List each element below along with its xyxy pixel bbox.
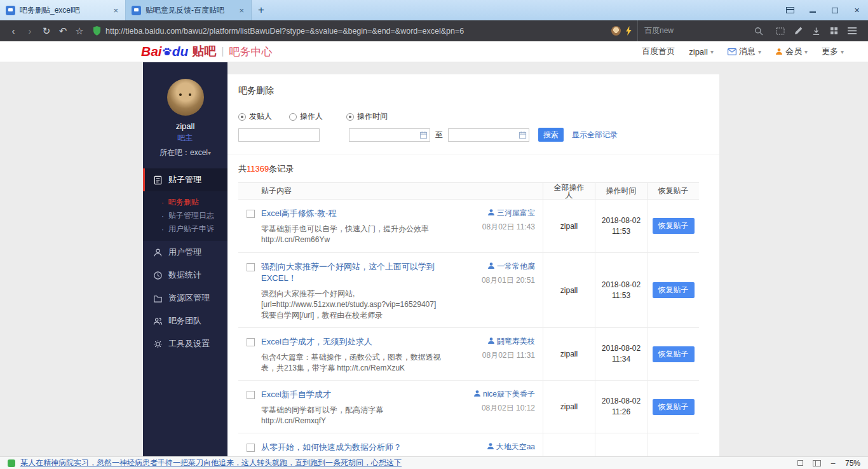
extension-lightning-icon[interactable]	[625, 26, 632, 36]
post-date: 08月01日 20:51	[449, 275, 535, 286]
radio-time[interactable]	[346, 113, 354, 121]
person-icon	[487, 208, 495, 216]
column-header-restore: 恢复贴子	[647, 183, 699, 199]
post-title-link[interactable]: 强烈向大家推荐一个好网站，这个上面可以学到EXCEL！	[261, 261, 444, 284]
user-role-badge: 吧主	[143, 133, 227, 144]
row-checkbox[interactable]	[247, 391, 255, 399]
logo-text-tieba: 贴吧	[192, 43, 216, 60]
forum-selector[interactable]: 所在吧：excel▾	[143, 147, 227, 158]
post-author-link[interactable]: 鬪竜寿美枝	[449, 336, 535, 347]
column-header-content: 贴子内容	[238, 183, 543, 199]
restore-post-button[interactable]: 恢复贴子	[653, 346, 695, 362]
tab-close-icon[interactable]: ×	[238, 6, 245, 15]
menu-icon[interactable]	[848, 27, 857, 34]
chevron-down-icon: ▾	[758, 48, 761, 55]
browser-tab-active[interactable]: 吧务删贴_excel吧 ×	[0, 0, 126, 20]
minimize-button[interactable]	[801, 0, 824, 20]
favorites-star-icon[interactable]: ☆	[71, 20, 88, 41]
status-link-preview[interactable]: 某人在精神病院实习，忽然一神经病患者手持一把菜刀向他追来，这人转头就跑，直到跑到…	[20, 458, 402, 468]
nav-member-menu[interactable]: 会员▾	[775, 46, 808, 57]
table-row: Excel自学成才，无须到处求人 包含4大篇章：基础操作，函数公式，图表，数据透…	[238, 328, 699, 381]
row-checkbox[interactable]	[247, 263, 255, 271]
post-author-link[interactable]: 三河屋富宝	[449, 208, 535, 219]
close-window-button[interactable]: ×	[846, 0, 868, 20]
row-checkbox[interactable]	[247, 444, 255, 452]
sidebar-item-post-appeal[interactable]: ·用户贴子申诉	[143, 222, 227, 236]
menu-label: 资源区管理	[168, 292, 210, 304]
fullscreen-icon[interactable]	[797, 460, 803, 466]
forward-button[interactable]: ›	[22, 20, 38, 41]
person-icon	[487, 262, 495, 269]
restore-post-button[interactable]: 恢复贴子	[653, 282, 695, 298]
nav-label: 更多	[822, 46, 838, 57]
filter-by-poster[interactable]: 发贴人	[238, 111, 272, 122]
new-tab-button[interactable]: +	[252, 0, 271, 20]
sidebar-item-post-management[interactable]: 贴子管理	[143, 168, 227, 191]
post-title-link[interactable]: Excel新手自学成才	[261, 389, 444, 400]
maximize-button[interactable]	[824, 0, 846, 20]
menu-label: 数据统计	[168, 269, 201, 281]
baidu-tieba-logo[interactable]: Bai du 贴吧 | 吧务中心	[141, 43, 273, 60]
row-checkbox[interactable]	[247, 210, 255, 218]
browser-search-box[interactable]: 百度new	[637, 20, 770, 41]
column-header-operator-filter[interactable]: 全部操作人	[543, 183, 595, 199]
sidebar-item-post-log[interactable]: ·贴子管理日志	[143, 209, 227, 222]
restore-post-button[interactable]: 恢复贴子	[653, 399, 695, 415]
sidebar-item-team[interactable]: 吧务团队	[143, 309, 227, 332]
edit-pen-icon[interactable]	[794, 27, 803, 35]
security-shield-icon	[93, 26, 101, 36]
tieba-favicon	[6, 6, 15, 15]
sidebar-item-tools[interactable]: 工具及设置	[143, 332, 227, 355]
operation-time: 2018-08-02 11:26	[601, 396, 642, 418]
author-name: 一常常他腐	[497, 262, 535, 271]
menu-label: 吧务团队	[168, 315, 201, 327]
author-name: 大地天空aa	[496, 442, 535, 451]
filter-by-operator[interactable]: 操作人	[289, 111, 323, 122]
filter-by-time[interactable]: 操作时间	[346, 111, 388, 122]
post-title-link[interactable]: Excel自学成才，无须到处求人	[261, 336, 444, 348]
search-button[interactable]: 搜索	[538, 128, 564, 142]
sidebar-item-user-management[interactable]: 用户管理	[143, 241, 227, 264]
filter-row: 发贴人 操作人 操作时间	[238, 111, 719, 122]
refresh-button[interactable]: ↻	[38, 20, 55, 41]
snip-icon[interactable]	[776, 27, 785, 35]
post-title-link[interactable]: Excel高手修炼-教-程	[261, 208, 444, 219]
start-date-input[interactable]	[349, 128, 430, 142]
zoom-out-icon[interactable]: −	[831, 460, 836, 466]
extension-monkey-icon[interactable]	[611, 26, 621, 36]
nav-messages-menu[interactable]: 消息▾	[728, 46, 761, 57]
reading-view-icon[interactable]	[813, 460, 821, 466]
nav-username-menu[interactable]: zipall▾	[689, 47, 714, 57]
tab-close-icon[interactable]: ×	[112, 6, 119, 15]
restore-post-button[interactable]: 恢复贴子	[653, 218, 695, 234]
sidebar-item-statistics[interactable]: 数据统计	[143, 264, 227, 287]
browser-tab-inactive[interactable]: 贴吧意见反馈-百度贴吧 ×	[126, 0, 252, 20]
row-checkbox[interactable]	[247, 338, 255, 346]
post-author-link[interactable]: nice簸下美香子	[449, 389, 535, 400]
poster-name-input[interactable]	[238, 128, 320, 142]
back-button[interactable]: ‹	[5, 20, 22, 41]
apps-grid-icon[interactable]	[830, 27, 838, 35]
undo-button[interactable]: ↶	[55, 20, 71, 41]
nav-baidu-home[interactable]: 百度首页	[642, 46, 675, 57]
search-icon[interactable]	[754, 27, 763, 36]
post-author-link[interactable]: 一常常他腐	[449, 261, 535, 272]
menu-label: 工具及设置	[168, 338, 210, 350]
show-all-records-link[interactable]: 显示全部记录	[572, 130, 618, 140]
sidebar-item-bawu-delete[interactable]: ·吧务删贴	[143, 196, 227, 209]
tab-preview-button[interactable]	[779, 0, 801, 20]
post-author-link[interactable]: 大地天空aa	[449, 442, 535, 452]
post-title-link[interactable]: 从零开始，如何快速成为数据分析师？	[261, 442, 444, 453]
url-field[interactable]: http://tieba.baidu.com/bawu2/platform/li…	[88, 26, 637, 36]
user-avatar[interactable]	[167, 79, 204, 116]
radio-operator[interactable]	[289, 113, 297, 121]
calendar-icon[interactable]	[419, 131, 428, 139]
nav-more-menu[interactable]: 更多▾	[822, 46, 844, 57]
zoom-level[interactable]: 75%	[845, 459, 860, 468]
radio-poster[interactable]	[238, 113, 246, 121]
calendar-icon[interactable]	[519, 131, 527, 139]
operator-cell: zipall	[543, 253, 595, 327]
download-icon[interactable]	[812, 27, 820, 36]
end-date-input[interactable]	[448, 128, 529, 142]
sidebar-item-resources[interactable]: 资源区管理	[143, 287, 227, 309]
